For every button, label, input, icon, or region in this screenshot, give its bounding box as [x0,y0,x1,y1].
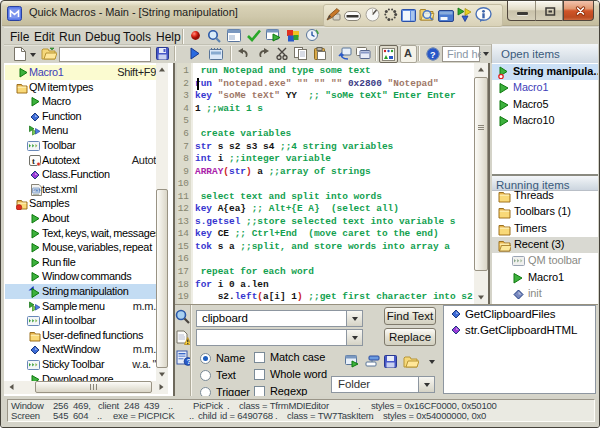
svg-text:<e>: <e> [33,188,41,193]
svg-text:?: ? [430,50,436,60]
